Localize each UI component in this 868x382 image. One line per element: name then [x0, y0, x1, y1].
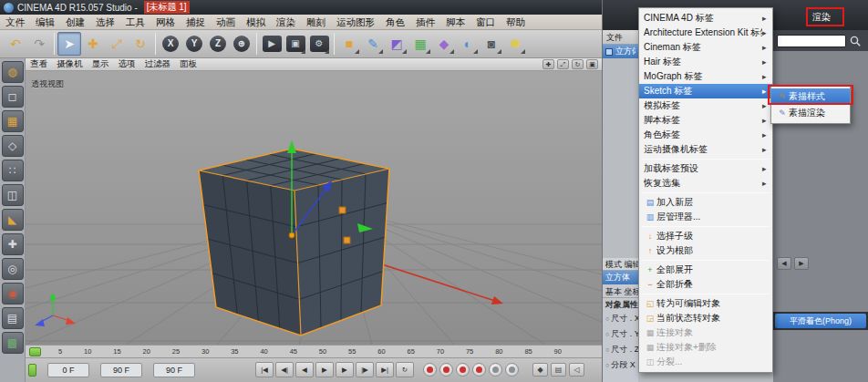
pan-view-icon[interactable]: ✚: [542, 59, 554, 69]
menubar-item[interactable]: 网格: [150, 15, 181, 30]
menubar-item[interactable]: 工具: [120, 15, 150, 30]
search-icon[interactable]: [849, 35, 862, 47]
next-frame-button[interactable]: ▶: [336, 362, 354, 377]
property-row[interactable]: 尺寸 . Y: [603, 326, 638, 342]
menubar-item[interactable]: 创建: [60, 15, 90, 30]
spline-pen-button[interactable]: ✎: [361, 32, 385, 56]
attribute-mode-bar[interactable]: 模式 编辑: [603, 258, 638, 271]
menubar-item[interactable]: 渲染: [271, 15, 301, 30]
x-axis-lock[interactable]: X: [159, 32, 182, 56]
viewport-menu-item[interactable]: 面板: [175, 58, 202, 70]
menubar-item[interactable]: 捕捉: [181, 15, 211, 30]
menubar-item[interactable]: 雕刻: [301, 15, 331, 30]
prev-frame-button[interactable]: ◀: [295, 362, 314, 377]
context-menu-item[interactable]: ◫ 分裂...: [639, 355, 772, 369]
menubar-item[interactable]: 编辑: [30, 15, 60, 30]
submenu-item[interactable]: ✎ 素描渲染: [771, 105, 850, 121]
light-button[interactable]: ✺: [503, 32, 527, 56]
rotate-tool[interactable]: ↻: [129, 32, 152, 56]
render-view-button[interactable]: ▶: [260, 32, 284, 56]
submenu-item[interactable]: ✎ 素描样式: [771, 88, 850, 105]
property-row[interactable]: 尺寸 . X: [603, 311, 638, 326]
menubar-item[interactable]: 运动图形: [331, 15, 380, 30]
play-button[interactable]: ▶: [315, 362, 334, 377]
rotate-view-icon[interactable]: ↻: [572, 59, 584, 69]
property-row[interactable]: 尺寸 . Z: [603, 342, 638, 357]
phong-tag-label[interactable]: 平滑着色(Phong): [775, 314, 866, 328]
goto-end-button[interactable]: ▶|: [376, 362, 394, 377]
autokey-button[interactable]: [439, 363, 453, 377]
range-slider-handle[interactable]: [28, 364, 36, 377]
context-menu-item[interactable]: ↓ 选择子级: [639, 229, 772, 243]
make-editable-button[interactable]: ◍: [2, 61, 24, 83]
sound-toggle-button[interactable]: ◁: [569, 363, 584, 377]
viewport-menu-item[interactable]: 查看: [26, 58, 52, 70]
perspective-viewport[interactable]: 透视视图: [26, 71, 602, 345]
move-tool[interactable]: ✚: [81, 32, 105, 56]
environment-button[interactable]: ◐: [456, 32, 480, 56]
undo-icon[interactable]: ↶: [4, 32, 27, 56]
loop-button[interactable]: ↻: [396, 362, 414, 377]
cube-object[interactable]: [199, 149, 389, 336]
viewport-menu-item[interactable]: 显示: [88, 58, 114, 70]
range-start-field[interactable]: 90 F: [100, 363, 142, 377]
search-input[interactable]: [777, 35, 846, 47]
object-row-cube[interactable]: 立方体: [603, 45, 638, 58]
menubar-item[interactable]: 窗口: [470, 15, 501, 30]
menubar-item[interactable]: 帮助: [501, 15, 531, 30]
render-menu-item[interactable]: 渲染: [812, 11, 831, 24]
context-menu-item[interactable]: Sketch 标签: [639, 84, 772, 98]
context-menu-item[interactable]: ▦ 连接对象: [639, 325, 772, 340]
property-row[interactable]: 分段 X: [603, 357, 638, 373]
object-manager-file-menu[interactable]: 文件: [603, 30, 638, 45]
context-menu-item[interactable]: Cineman 标签: [639, 40, 772, 55]
z-axis-lock[interactable]: Z: [206, 32, 230, 56]
subdivision-surface-button[interactable]: ◩: [385, 32, 408, 56]
next-key-button[interactable]: |▶: [356, 362, 374, 377]
zoom-view-icon[interactable]: ⤢: [557, 59, 569, 69]
live-selection-tool[interactable]: ➤: [57, 32, 81, 56]
points-mode-button[interactable]: ∷: [2, 160, 24, 181]
texture-mode-button[interactable]: ▦: [2, 110, 24, 132]
history-back-icon[interactable]: ◀: [777, 257, 791, 270]
context-menu-item[interactable]: 模拟标签: [639, 98, 772, 113]
timeline-playhead[interactable]: [29, 347, 41, 356]
record-parameter-toggle[interactable]: [505, 363, 519, 377]
record-keyframe-button[interactable]: [423, 363, 437, 377]
toggle-view-icon[interactable]: ▣: [586, 59, 598, 69]
layer-palette-button[interactable]: ▩: [2, 332, 24, 354]
context-menu-item[interactable]: ▦ 连接对象+删除: [639, 340, 772, 355]
redo-icon[interactable]: ↷: [27, 32, 51, 56]
deformer-button[interactable]: ◆: [432, 32, 456, 56]
viewport-menu-item[interactable]: 摄像机: [52, 58, 88, 70]
model-mode-button[interactable]: ◻: [2, 86, 24, 108]
render-settings-button[interactable]: ⚙: [307, 32, 331, 56]
viewport-menu-item[interactable]: 选项: [114, 58, 140, 70]
current-frame-field[interactable]: 0 F: [47, 363, 89, 377]
record-rotation-toggle[interactable]: [489, 363, 502, 377]
add-primitive-cube-button[interactable]: ■: [337, 32, 361, 56]
menubar-item[interactable]: 模拟: [241, 15, 271, 30]
menubar-item[interactable]: 脚本: [440, 15, 470, 30]
record-scale-toggle[interactable]: [472, 363, 486, 377]
context-menu-item[interactable]: CINEMA 4D 标签: [639, 11, 772, 26]
axis-origin-handle[interactable]: [289, 232, 294, 238]
viewport-menu-item[interactable]: 过滤器: [140, 58, 176, 70]
playback-rate-button[interactable]: ▤: [551, 363, 566, 377]
camera-button[interactable]: ◙: [480, 32, 503, 56]
menubar-item[interactable]: 文件: [0, 15, 30, 30]
enable-axis-button[interactable]: ✚: [2, 233, 24, 255]
context-menu-item[interactable]: ▥ 层管理器...: [639, 210, 772, 224]
render-picture-viewer-button[interactable]: ▣: [284, 32, 307, 56]
polygons-mode-button[interactable]: ◣: [2, 209, 24, 231]
context-menu-item[interactable]: 恢复选集: [639, 176, 772, 191]
workplane-mode-button[interactable]: ◇: [2, 135, 24, 157]
context-menu-item[interactable]: Hair 标签: [639, 55, 772, 69]
coordinate-system-toggle[interactable]: ⊕: [230, 32, 253, 56]
range-end-field[interactable]: 90 F: [153, 363, 195, 377]
history-forward-icon[interactable]: ▶: [794, 257, 809, 270]
menubar-item[interactable]: 动画: [211, 15, 241, 30]
plane-handle-2[interactable]: [344, 237, 350, 243]
menubar-item[interactable]: 角色: [380, 15, 410, 30]
context-menu-item[interactable]: − 全部折叠: [639, 277, 772, 292]
